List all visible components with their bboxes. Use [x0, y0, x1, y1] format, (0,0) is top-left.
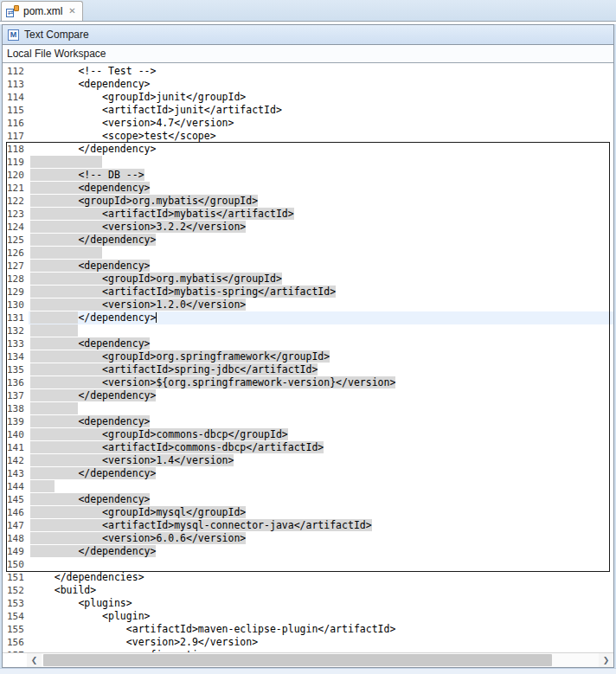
code-line[interactable]: 119 — [3, 156, 613, 169]
code-line[interactable]: 149 </dependency> — [3, 545, 613, 558]
code-line[interactable]: 146 <groupId>mysql</groupId> — [3, 506, 613, 519]
line-content: </dependencies> — [29, 571, 613, 584]
code-line[interactable]: 120 <!-- DB --> — [3, 169, 613, 182]
line-content — [29, 402, 613, 415]
line-number: 117 — [3, 130, 29, 143]
code-line[interactable]: 116 <version>4.7</version> — [3, 117, 613, 130]
code-line[interactable]: 157 <configuration> — [3, 649, 613, 652]
line-number: 144 — [3, 480, 29, 493]
scroll-left-button[interactable]: ❮ — [27, 653, 42, 667]
line-number: 127 — [3, 260, 29, 273]
scrollbar-thumb[interactable] — [43, 654, 552, 666]
code-line[interactable]: 129 <artifactId>mybatis-spring</artifact… — [3, 286, 613, 298]
line-content: <build> — [29, 584, 613, 597]
code-line[interactable]: 130 <version>1.2.0</version> — [3, 298, 613, 311]
code-line[interactable]: 151 </dependencies> — [3, 571, 613, 584]
line-content: <groupId>mysql</groupId> — [29, 506, 613, 519]
code-line[interactable]: 113 <dependency> — [3, 78, 613, 91]
line-number: 128 — [3, 273, 29, 286]
code-line[interactable]: 124 <version>3.2.2</version> — [3, 221, 613, 234]
code-line[interactable]: 117 <scope>test</scope> — [3, 130, 613, 143]
window-bottom-edge — [0, 668, 616, 674]
code-line[interactable]: 154 <plugin> — [3, 610, 613, 623]
line-number: 116 — [3, 117, 29, 130]
line-number: 156 — [3, 636, 29, 649]
line-content: <dependency> — [29, 78, 613, 91]
code-line[interactable]: 144 — [3, 480, 613, 493]
line-content: <artifactId>maven-eclipse-plugin</artifa… — [29, 623, 613, 636]
text-cursor — [156, 312, 157, 323]
code-line[interactable]: 150 — [3, 558, 613, 571]
line-content: <version>2.9</version> — [29, 636, 613, 649]
line-number: 140 — [3, 428, 29, 441]
code-line[interactable]: 141 <artifactId>commons-dbcp</artifactId… — [3, 441, 613, 454]
scrollbar-track[interactable] — [42, 653, 599, 667]
code-line[interactable]: 134 <groupId>org.springframework</groupI… — [3, 350, 613, 363]
code-line[interactable]: 121 <dependency> — [3, 182, 613, 195]
code-line[interactable]: 127 <dependency> — [3, 260, 613, 273]
line-content: <groupId>commons-dbcp</groupId> — [29, 428, 613, 441]
line-content: <groupId>junit</groupId> — [29, 91, 613, 104]
code-line[interactable]: 133 <dependency> — [3, 337, 613, 350]
code-line[interactable]: 139 <dependency> — [3, 415, 613, 428]
line-number: 145 — [3, 493, 29, 506]
code-line[interactable]: 118 </dependency> — [3, 143, 613, 156]
text-compare-pane: M Text Compare Local File Workspace 112 … — [2, 24, 614, 668]
line-content: </dependency> — [29, 389, 613, 402]
code-line[interactable]: 148 <version>6.0.6</version> — [3, 532, 613, 545]
code-editor[interactable]: 112 <!-- Test -->113 <dependency>114 <gr… — [3, 63, 613, 652]
line-number: 123 — [3, 208, 29, 221]
code-line[interactable]: 126 — [3, 247, 613, 260]
code-line[interactable]: 123 <artifactId>mybatis</artifactId> — [3, 208, 613, 221]
scroll-right-button[interactable]: ❯ — [599, 653, 613, 667]
line-content: <artifactId>commons-dbcp</artifactId> — [29, 441, 613, 454]
code-line[interactable]: 137 </dependency> — [3, 389, 613, 402]
tab-pom-xml[interactable]: ⇄ pom.xml ✕ — [1, 1, 83, 21]
code-line[interactable]: 125 </dependency> — [3, 234, 613, 247]
code-line[interactable]: 145 <dependency> — [3, 493, 613, 506]
code-line[interactable]: 142 <version>1.4</version> — [3, 454, 613, 467]
code-line[interactable]: 132 — [3, 324, 613, 337]
line-number: 121 — [3, 182, 29, 195]
line-number: 115 — [3, 104, 29, 117]
line-content: <!-- DB --> — [29, 169, 613, 182]
compare-editor-window: ⇄ pom.xml ✕ M Text Compare Local File Wo… — [0, 0, 616, 674]
code-line[interactable]: 143 </dependency> — [3, 467, 613, 480]
close-icon[interactable]: ✕ — [67, 7, 75, 16]
code-line[interactable]: 147 <artifactId>mysql-connector-java</ar… — [3, 519, 613, 532]
code-rows: 112 <!-- Test -->113 <dependency>114 <gr… — [3, 65, 613, 652]
line-content: </dependency> — [29, 234, 613, 247]
editor-tab-bar: ⇄ pom.xml ✕ — [0, 0, 616, 22]
code-line[interactable]: 138 — [3, 402, 613, 415]
line-content: <artifactId>junit</artifactId> — [29, 104, 613, 117]
code-line[interactable]: 140 <groupId>commons-dbcp</groupId> — [3, 428, 613, 441]
code-line[interactable]: 115 <artifactId>junit</artifactId> — [3, 104, 613, 117]
code-line[interactable]: 128 <groupId>org.mybatis</groupId> — [3, 273, 613, 286]
line-content: <artifactId>mybatis</artifactId> — [29, 208, 613, 221]
code-line[interactable]: 156 <version>2.9</version> — [3, 636, 613, 649]
line-number: 151 — [3, 571, 29, 584]
code-line[interactable]: 155 <artifactId>maven-eclipse-plugin</ar… — [3, 623, 613, 636]
line-number: 136 — [3, 376, 29, 389]
line-content — [29, 558, 613, 571]
pane-header-label: Local File Workspace — [7, 48, 106, 60]
line-content: <artifactId>spring-jdbc</artifactId> — [29, 363, 613, 376]
line-number: 114 — [3, 91, 29, 104]
code-line[interactable]: 112 <!-- Test --> — [3, 65, 613, 78]
code-line[interactable]: 153 <plugins> — [3, 597, 613, 610]
line-number: 130 — [3, 298, 29, 311]
line-number: 135 — [3, 363, 29, 376]
code-line[interactable]: 135 <artifactId>spring-jdbc</artifactId> — [3, 363, 613, 376]
code-line[interactable]: 122 <groupId>org.mybatis</groupId> — [3, 195, 613, 208]
line-number: 126 — [3, 247, 29, 260]
code-line[interactable]: 152 <build> — [3, 584, 613, 597]
line-number: 122 — [3, 195, 29, 208]
code-line[interactable]: 131 </dependency> — [3, 311, 613, 324]
horizontal-scrollbar[interactable]: ❮ ❯ — [3, 652, 613, 667]
line-number: 113 — [3, 78, 29, 91]
line-content: <dependency> — [29, 337, 613, 350]
code-line[interactable]: 114 <groupId>junit</groupId> — [3, 91, 613, 104]
line-number: 157 — [3, 649, 29, 652]
line-number: 150 — [3, 558, 29, 571]
code-line[interactable]: 136 <version>${org.springframework-versi… — [3, 376, 613, 389]
